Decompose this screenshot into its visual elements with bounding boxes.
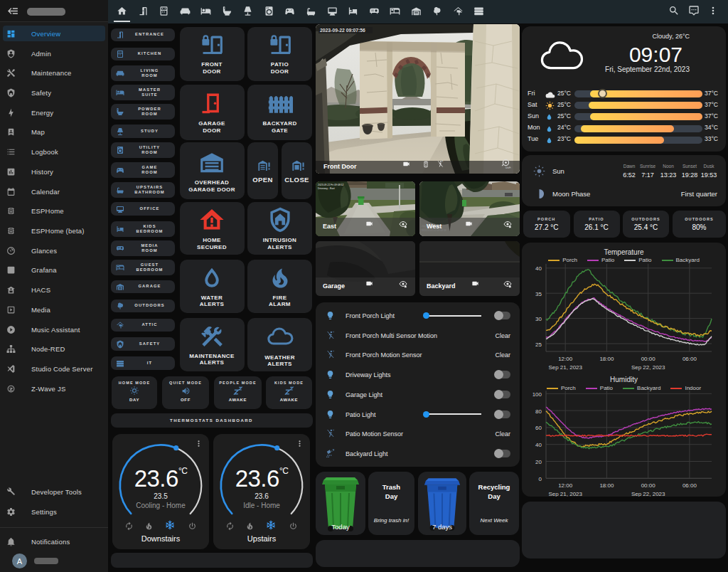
svg-text:Sep 21, 2023: Sep 21, 2023 — [548, 491, 582, 497]
svg-text:Sep 22, 2023: Sep 22, 2023 — [631, 491, 665, 497]
svg-text:UniFi: UniFi — [505, 166, 511, 169]
svg-text:20: 20 — [535, 459, 542, 465]
svg-text:«: « — [333, 428, 335, 432]
svg-text:00:00: 00:00 — [641, 482, 656, 489]
svg-text:2023-09-22 Fri 09:08:52: 2023-09-22 Fri 09:08:52 — [318, 184, 343, 186]
svg-text:«: « — [442, 160, 444, 163]
svg-text:0: 0 — [539, 476, 542, 482]
svg-text:40: 40 — [535, 442, 542, 448]
svg-text:Driveway - East: Driveway - East — [318, 187, 335, 190]
svg-text:80: 80 — [535, 408, 542, 415]
svg-text:60: 60 — [535, 425, 542, 431]
svg-text:«: « — [333, 330, 335, 334]
svg-text:100: 100 — [532, 391, 542, 398]
svg-text:18:00: 18:00 — [599, 482, 614, 489]
svg-text:2023-09-22 09:07:56: 2023-09-22 09:07:56 — [320, 28, 365, 33]
svg-text:12:00: 12:00 — [558, 482, 573, 489]
svg-text:06:00: 06:00 — [682, 482, 697, 489]
svg-text:«: « — [333, 349, 335, 353]
